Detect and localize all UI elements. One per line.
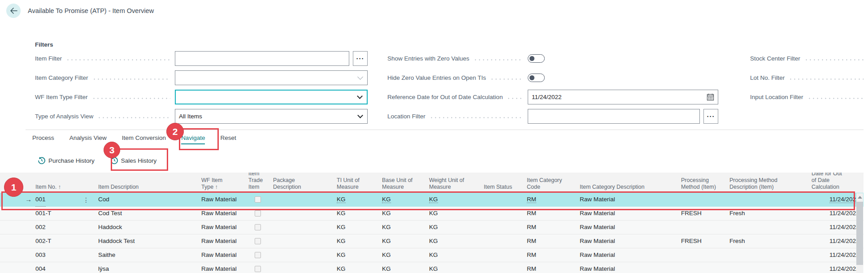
cell-package-description[interactable]	[271, 262, 335, 273]
location-filter-assist-edit-button[interactable]: ···	[703, 109, 718, 124]
cell-item-description[interactable]: Cod Test	[96, 207, 200, 220]
table-row[interactable]: 002-THaddock TestRaw MaterialKGKGKGRMRaw…	[0, 234, 864, 248]
cell-wf-item-type[interactable]: Raw Material	[200, 234, 247, 248]
table-row[interactable]: 002HaddockRaw MaterialKGKGKGRMRaw Materi…	[0, 221, 864, 234]
cell-processing-method[interactable]	[679, 193, 728, 207]
cell-wf-item-type[interactable]: Raw Material	[200, 248, 247, 262]
column-header-processing-method[interactable]: Processing Method (Item)	[679, 173, 728, 193]
item-filter-input[interactable]	[175, 51, 349, 66]
cell-processing-method[interactable]	[679, 262, 728, 273]
cell-ti-uom[interactable]: KG	[335, 248, 380, 262]
trade-item-checkbox[interactable]	[255, 210, 261, 217]
cell-item-category-code[interactable]: RM	[525, 234, 578, 248]
table-row[interactable]: 001-TCod TestRaw MaterialKGKGKGRMRaw Mat…	[0, 207, 864, 221]
cell-weight-uom[interactable]: KG	[427, 193, 482, 207]
cell-base-uom[interactable]: KG	[380, 207, 427, 220]
cell-date-out-of-date[interactable]: 11/24/2022	[810, 262, 856, 273]
cell-item-status[interactable]	[482, 221, 525, 234]
cell-item-category-description[interactable]: Raw Material	[578, 221, 679, 234]
cell-item-category-description[interactable]: Raw Material	[578, 262, 679, 273]
back-button[interactable]	[6, 4, 21, 18]
cell-processing-method[interactable]	[679, 221, 728, 234]
vertical-scrollbar[interactable]	[856, 193, 863, 273]
column-header-ti-uom[interactable]: TI Unit of Measure	[335, 173, 380, 193]
cell-package-description[interactable]	[271, 207, 335, 220]
cell-ti-uom[interactable]: KG	[335, 207, 380, 220]
cell-item-category-description[interactable]: Raw Material	[578, 248, 679, 262]
cell-processing-method[interactable]: FRESH	[679, 207, 728, 220]
cell-package-description[interactable]	[271, 221, 335, 234]
cell-date-out-of-date[interactable]: 11/24/2022	[810, 207, 856, 220]
cell-item-category-description[interactable]: Raw Material	[578, 193, 679, 207]
cell-date-out-of-date[interactable]: 11/24/2022	[810, 234, 856, 248]
scrollbar-thumb[interactable]	[856, 202, 863, 265]
cell-base-uom[interactable]: KG	[380, 221, 427, 234]
cell-date-out-of-date[interactable]: 11/24/2022	[810, 193, 856, 207]
column-header-base-uom[interactable]: Base Unit of Measure	[380, 173, 427, 193]
cell-weight-uom[interactable]: KG	[427, 248, 482, 262]
cell-processing-method[interactable]	[679, 248, 728, 262]
cell-item-category-description[interactable]: Raw Material	[578, 234, 679, 248]
cell-item-description[interactable]: Cod	[96, 193, 200, 207]
cell-base-uom[interactable]: KG	[380, 248, 427, 262]
tab-reset[interactable]: Reset	[220, 134, 236, 144]
column-header-item-category-code[interactable]: Item Category Code	[525, 173, 578, 193]
purchase-history-button[interactable]: Purchase History	[38, 157, 95, 164]
cell-processing-method-description[interactable]	[728, 221, 810, 234]
trade-item-checkbox[interactable]	[255, 238, 261, 244]
cell-processing-method-description[interactable]	[728, 262, 810, 273]
column-header-item-no[interactable]: Item No. ↑	[34, 173, 96, 193]
cell-ti-uom[interactable]: KG	[335, 262, 380, 273]
cell-ti-uom[interactable]: KG	[335, 221, 380, 234]
cell-item-status[interactable]	[482, 262, 525, 273]
cell-trade-item[interactable]	[247, 262, 271, 273]
cell-processing-method-description[interactable]: Fresh	[728, 207, 810, 220]
cell-item-status[interactable]	[482, 234, 525, 248]
cell-item-category-code[interactable]: RM	[525, 262, 578, 273]
cell-package-description[interactable]	[271, 248, 335, 262]
cell-wf-item-type[interactable]: Raw Material	[200, 207, 247, 220]
cell-processing-method[interactable]: FRESH	[679, 234, 728, 248]
cell-item-category-code[interactable]: RM	[525, 248, 578, 262]
item-filter-assist-edit-button[interactable]: ···	[353, 51, 368, 66]
cell-trade-item[interactable]	[247, 221, 271, 234]
kebab-menu-icon[interactable]: ⋮	[83, 197, 94, 203]
cell-item-no[interactable]: 001-T	[34, 207, 96, 220]
cell-trade-item[interactable]	[247, 207, 271, 220]
cell-base-uom[interactable]: KG	[380, 234, 427, 248]
show-entries-zero-values-toggle[interactable]	[528, 54, 545, 63]
cell-weight-uom[interactable]: KG	[427, 207, 482, 220]
cell-item-category-description[interactable]: Raw Material	[578, 207, 679, 220]
cell-wf-item-type[interactable]: Raw Material	[200, 193, 247, 207]
cell-wf-item-type[interactable]: Raw Material	[200, 262, 247, 273]
cell-item-status[interactable]	[482, 207, 525, 220]
cell-item-no[interactable]: 003	[34, 248, 96, 262]
table-row[interactable]: 003SaitheRaw MaterialKGKGKGRMRaw Materia…	[0, 248, 864, 262]
cell-item-category-code[interactable]: RM	[525, 221, 578, 234]
hide-zero-value-open-tis-toggle[interactable]	[528, 74, 545, 82]
trade-item-checkbox[interactable]	[255, 224, 261, 230]
cell-item-description[interactable]: Saithe	[96, 248, 200, 262]
cell-weight-uom[interactable]: KG	[427, 262, 482, 273]
tab-process[interactable]: Process	[32, 134, 54, 144]
column-header-trade-item[interactable]: Item Trade Item	[247, 173, 271, 193]
trade-item-checkbox[interactable]	[255, 196, 261, 203]
column-header-item-description[interactable]: Item Description	[96, 173, 200, 193]
column-header-item-category-description[interactable]: Item Category Description	[578, 173, 679, 193]
location-filter-input[interactable]	[528, 109, 700, 124]
cell-base-uom[interactable]: KG	[380, 262, 427, 273]
cell-ti-uom[interactable]: KG	[335, 234, 380, 248]
cell-item-no[interactable]: 002	[34, 221, 96, 234]
cell-item-no[interactable]: 002-T	[34, 234, 96, 248]
trade-item-checkbox[interactable]	[255, 252, 261, 258]
cell-base-uom[interactable]: KG	[380, 193, 427, 207]
sales-history-button[interactable]: Sales History	[111, 157, 157, 164]
cell-ti-uom[interactable]: KG	[335, 193, 380, 207]
trade-item-checkbox[interactable]	[255, 266, 261, 272]
calendar-icon[interactable]	[707, 93, 714, 101]
item-category-filter-combobox[interactable]	[175, 70, 368, 85]
column-header-date-out-of-date[interactable]: Date for Out of Date Calculation	[810, 173, 856, 193]
cell-package-description[interactable]	[271, 234, 335, 248]
column-header-weight-uom[interactable]: Weight Unit of Measure	[427, 173, 482, 193]
reference-date-input[interactable]: 11/24/2022	[528, 90, 718, 104]
